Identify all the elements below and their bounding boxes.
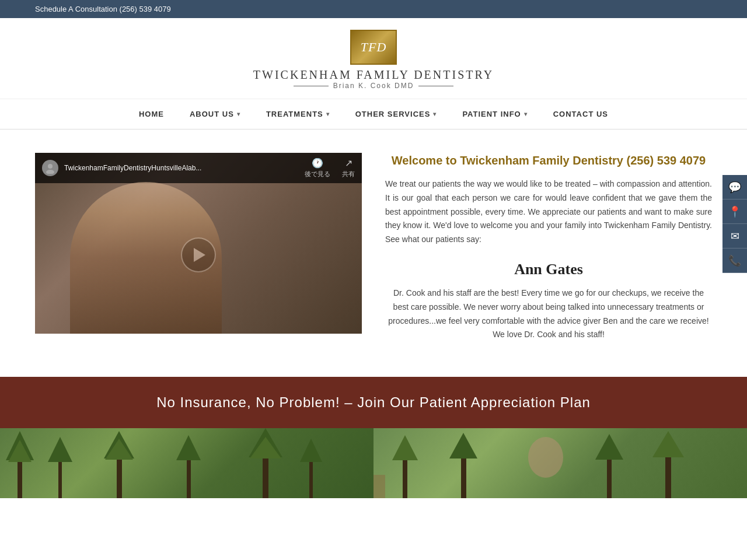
bottom-image-right bbox=[374, 428, 747, 498]
main-content: TwickenhamFamilyDentistryHuntsvilleAlab.… bbox=[0, 130, 747, 365]
svg-point-17 bbox=[528, 437, 563, 478]
welcome-title: Welcome to Twickenham Family Dentistry (… bbox=[385, 153, 712, 168]
bottom-images bbox=[0, 428, 747, 498]
testimonial-name: Ann Gates bbox=[385, 261, 712, 278]
welcome-text: We treat our patients the way we would l… bbox=[385, 177, 712, 247]
header: TFD Twickenham Family Dentistry Brian K.… bbox=[0, 18, 747, 99]
chat-icon: 💬 bbox=[728, 181, 741, 194]
sidebar-phone-button[interactable]: 📞 bbox=[722, 249, 747, 273]
svg-marker-11 bbox=[176, 435, 201, 460]
consultation-text: Schedule A Consultation (256) 539 4079 bbox=[35, 5, 171, 13]
channel-avatar bbox=[42, 160, 58, 176]
patient-info-arrow-icon: ▾ bbox=[524, 111, 528, 117]
video-top-bar: TwickenhamFamilyDentistryHuntsvilleAlab.… bbox=[35, 153, 362, 183]
video-title: TwickenhamFamilyDentistryHuntsvilleAlab.… bbox=[64, 164, 299, 172]
share-label: 共有 bbox=[342, 170, 355, 178]
svg-marker-16 bbox=[300, 439, 322, 462]
main-nav: HOME ABOUT US ▾ TREATMENTS ▾ OTHER SERVI… bbox=[0, 99, 747, 130]
svg-rect-5 bbox=[58, 457, 62, 498]
clock-icon: 🕐 bbox=[312, 158, 323, 169]
share-control[interactable]: ↗ 共有 bbox=[342, 158, 355, 178]
logo-container[interactable]: TFD Twickenham Family Dentistry Brian K.… bbox=[253, 30, 494, 90]
nav-treatments[interactable]: TREATMENTS ▾ bbox=[253, 99, 343, 129]
logo-title: Twickenham Family Dentistry bbox=[253, 68, 494, 82]
svg-point-0 bbox=[48, 164, 53, 169]
svg-rect-15 bbox=[309, 457, 313, 498]
nav-other-services[interactable]: OTHER SERVICES ▾ bbox=[343, 99, 450, 129]
svg-marker-20 bbox=[392, 435, 418, 460]
svg-marker-26 bbox=[652, 431, 684, 457]
banner-text: No Insurance, No Problem! – Join Our Pat… bbox=[35, 394, 712, 411]
svg-marker-6 bbox=[48, 437, 72, 462]
right-content: Welcome to Twickenham Family Dentistry (… bbox=[385, 153, 712, 342]
svg-marker-22 bbox=[449, 433, 477, 459]
sidebar-location-button[interactable]: 📍 bbox=[722, 200, 747, 224]
nav-home[interactable]: HOME bbox=[126, 99, 177, 129]
svg-rect-19 bbox=[403, 454, 407, 498]
svg-marker-24 bbox=[595, 434, 623, 460]
nav-about[interactable]: ABOUT US ▾ bbox=[177, 99, 253, 129]
phone-icon: 📞 bbox=[728, 254, 741, 267]
other-services-arrow-icon: ▾ bbox=[433, 111, 437, 117]
logo-monogram: TFD bbox=[350, 30, 397, 65]
logo-subtitle: Brian K. Cook DMD bbox=[294, 82, 454, 90]
sidebar-chat-button[interactable]: 💬 bbox=[722, 175, 747, 200]
top-bar: Schedule A Consultation (256) 539 4079 bbox=[0, 0, 747, 18]
right-sidebar: 💬 📍 ✉ 📞 bbox=[722, 175, 747, 273]
nav-contact[interactable]: CONTACT US bbox=[540, 99, 621, 129]
svg-rect-10 bbox=[187, 454, 191, 498]
about-arrow-icon: ▾ bbox=[237, 111, 240, 117]
video-thumbnail[interactable]: TwickenhamFamilyDentistryHuntsvilleAlab.… bbox=[35, 153, 362, 334]
sidebar-email-button[interactable]: ✉ bbox=[722, 224, 747, 249]
video-controls: 🕐 後で見る ↗ 共有 bbox=[305, 158, 355, 178]
later-label: 後で見る bbox=[305, 170, 330, 178]
insurance-banner[interactable]: No Insurance, No Problem! – Join Our Pat… bbox=[0, 377, 747, 428]
email-icon: ✉ bbox=[731, 230, 739, 243]
svg-point-1 bbox=[46, 170, 54, 174]
nav-patient-info[interactable]: PATIENT INFO ▾ bbox=[449, 99, 540, 129]
testimonial-text: Dr. Cook and his staff are the best! Eve… bbox=[385, 286, 712, 342]
person-silhouette bbox=[70, 182, 222, 334]
treatments-arrow-icon: ▾ bbox=[326, 111, 330, 117]
bottom-image-left bbox=[0, 428, 374, 498]
share-icon: ↗ bbox=[345, 158, 352, 169]
location-icon: 📍 bbox=[728, 205, 741, 218]
watch-later-control[interactable]: 🕐 後で見る bbox=[305, 158, 330, 178]
svg-rect-18 bbox=[374, 475, 385, 498]
video-container: TwickenhamFamilyDentistryHuntsvilleAlab.… bbox=[35, 153, 362, 342]
